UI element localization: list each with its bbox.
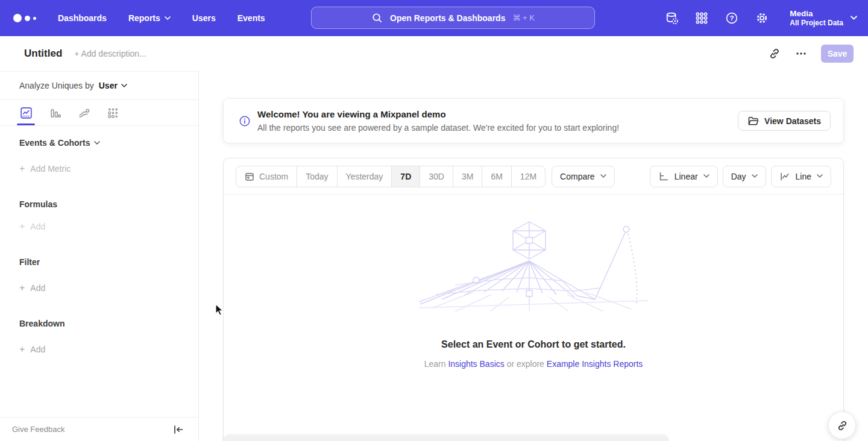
filter-section-label: Filter (19, 256, 198, 268)
next-section-card-edge (223, 435, 669, 441)
events-cohorts-section[interactable]: Events & Cohorts (19, 137, 198, 149)
scale-dropdown[interactable]: Linear (650, 166, 718, 187)
info-icon (239, 116, 250, 127)
example-insights-reports-link[interactable]: Example Insights Reports (547, 359, 643, 369)
chevron-down-icon (752, 174, 758, 178)
save-button[interactable]: Save (821, 45, 854, 63)
range-yesterday[interactable]: Yesterday (337, 166, 392, 187)
give-feedback-link[interactable]: Give Feedback (12, 425, 64, 434)
chevron-down-icon (165, 16, 171, 20)
main-content: Welcome! You are viewing a Mixpanel demo… (199, 71, 868, 441)
nav-events[interactable]: Events (237, 13, 265, 23)
project-switcher[interactable]: Media All Project Data (790, 8, 857, 28)
empty-state-title: Select an Event or Cohort to get started… (441, 339, 626, 350)
report-title[interactable]: Untitled (24, 48, 62, 60)
banner-subtitle: All the reports you see are powered by a… (257, 122, 619, 134)
logo-dot (33, 17, 36, 20)
chart-type-dropdown[interactable]: Line (771, 166, 831, 187)
plus-icon: + (19, 283, 25, 293)
tab-bar-chart[interactable] (48, 100, 61, 125)
data-management-icon[interactable] (664, 11, 679, 25)
calendar-icon (245, 172, 254, 181)
tab-retention-grid[interactable] (106, 100, 119, 125)
analyze-label: Analyze Uniques by (19, 81, 94, 90)
add-filter-button[interactable]: + Add (19, 282, 198, 294)
empty-state-subtitle: Learn Insights Basics or explore Example… (424, 359, 643, 369)
query-builder-sidebar: Analyze Uniques by User (0, 71, 199, 441)
nav-reports[interactable]: Reports (128, 13, 171, 23)
header-actions: Save (768, 45, 854, 63)
linear-axis-icon (658, 171, 669, 182)
logo-dot (13, 14, 22, 22)
search-placeholder: Open Reports & Dashboards (390, 13, 505, 23)
settings-gear-icon[interactable] (755, 11, 769, 25)
range-3m[interactable]: 3M (453, 166, 482, 187)
range-30d[interactable]: 30D (420, 166, 453, 187)
chevron-down-icon (121, 84, 127, 88)
chart-display-controls: Linear Day (650, 166, 831, 187)
apps-grid-icon[interactable] (694, 11, 709, 25)
mixpanel-logo[interactable] (13, 14, 36, 22)
chevron-down-icon (817, 174, 823, 178)
banner-title: Welcome! You are viewing a Mixpanel demo (257, 108, 619, 120)
report-header: Untitled + Add description... Save (0, 36, 868, 71)
top-nav: Dashboards Reports Users Events Open Rep… (0, 0, 868, 36)
add-description-field[interactable]: + Add description... (74, 49, 146, 58)
analyze-value: User (99, 81, 118, 90)
breakdown-section-label: Breakdown (19, 317, 198, 330)
help-icon[interactable]: ? (725, 11, 739, 25)
range-today[interactable]: Today (297, 166, 336, 187)
range-12m[interactable]: 12M (511, 166, 545, 187)
insights-basics-link[interactable]: Insights Basics (448, 359, 504, 369)
logo-dot (25, 16, 30, 21)
share-link-fab[interactable] (828, 411, 856, 439)
nav-dashboards[interactable]: Dashboards (58, 13, 107, 23)
primary-nav: Dashboards Reports Users Events (58, 13, 265, 23)
folder-icon (747, 116, 759, 126)
range-7d[interactable]: 7D (391, 166, 420, 187)
more-options-icon[interactable] (794, 47, 808, 60)
plus-icon: + (19, 164, 25, 174)
tab-insights-chart[interactable] (19, 100, 33, 125)
view-datasets-button[interactable]: View Datasets (738, 111, 831, 131)
add-formula-button[interactable]: + Add (19, 220, 198, 233)
tab-flows[interactable] (77, 100, 90, 125)
plus-icon: + (19, 222, 25, 231)
chart-toolbar: Custom Today Yesterday 7D 30D 3M 6M 12M … (224, 158, 843, 195)
line-chart-icon (779, 171, 790, 182)
plus-icon: + (19, 345, 25, 354)
nav-users[interactable]: Users (192, 13, 216, 23)
sidebar-footer: Give Feedback (0, 417, 198, 441)
range-6m[interactable]: 6M (482, 166, 511, 187)
empty-state-illustration (419, 220, 648, 314)
add-metric-button[interactable]: + Add Metric (19, 163, 198, 175)
search-icon (371, 12, 383, 23)
date-range-segmented-control: Custom Today Yesterday 7D 30D 3M 6M 12M (236, 166, 546, 187)
visualization-tabs (0, 100, 198, 126)
copy-link-icon[interactable] (768, 47, 781, 60)
interval-dropdown[interactable]: Day (723, 166, 766, 187)
analyze-uniques-selector[interactable]: Analyze Uniques by User (0, 72, 198, 100)
empty-state: Select an Event or Cohort to get started… (224, 195, 843, 369)
compare-dropdown[interactable]: Compare (552, 166, 615, 187)
link-icon (837, 420, 848, 431)
chevron-down-icon (703, 174, 709, 178)
project-subtitle: All Project Data (790, 19, 843, 28)
search-bar[interactable]: Open Reports & Dashboards ⌘ + K (311, 7, 595, 29)
chevron-down-icon (851, 16, 857, 20)
nav-right-group: ? Media All Project Data (664, 0, 857, 36)
range-custom[interactable]: Custom (236, 166, 297, 187)
project-name: Media (790, 8, 843, 19)
svg-text:?: ? (730, 14, 734, 22)
welcome-banner: Welcome! You are viewing a Mixpanel demo… (223, 98, 844, 143)
add-breakdown-button[interactable]: + Add (19, 343, 198, 355)
chevron-down-icon (94, 141, 100, 145)
insights-chart-card: Custom Today Yesterday 7D 30D 3M 6M 12M … (223, 158, 844, 441)
search-shortcut: ⌘ + K (512, 13, 535, 22)
collapse-sidebar-icon[interactable] (173, 425, 184, 434)
chevron-down-icon (600, 174, 606, 178)
formulas-section-label: Formulas (19, 198, 198, 210)
